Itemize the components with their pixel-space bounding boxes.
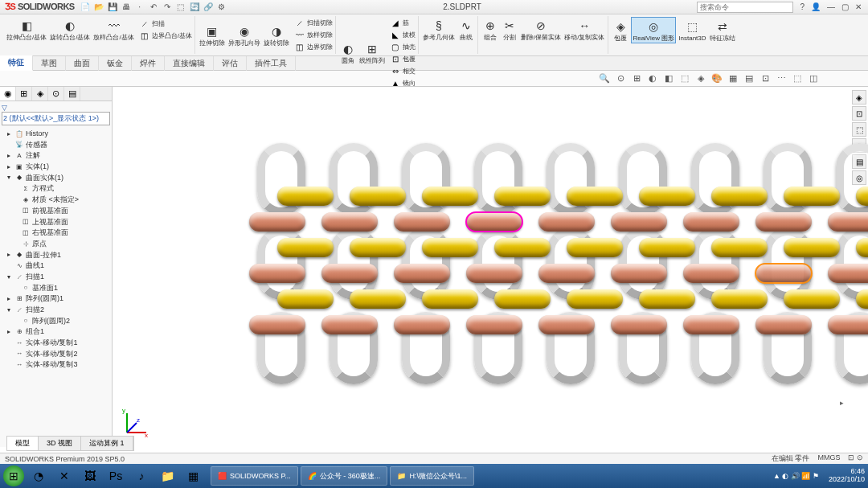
tree-item[interactable]: ◫前视基准面 — [2, 206, 110, 217]
expand-icon[interactable] — [11, 196, 19, 204]
user-icon[interactable]: 👤 — [811, 2, 821, 11]
tree-item[interactable]: ↔实体-移动/复制3 — [2, 359, 110, 371]
ribbon-small-btn[interactable]: ⇔相交 — [390, 65, 416, 76]
view-tab[interactable]: 运动算例 1 — [81, 437, 133, 450]
ribbon-small-btn[interactable]: ⊡包覆 — [390, 53, 416, 64]
ribbon-small-btn[interactable]: ⟋扫描切除 — [294, 17, 333, 28]
taskbar-app[interactable]: 📁H:\微信公众号\1... — [390, 466, 474, 486]
qat-rebuild[interactable]: 🔄 — [189, 2, 200, 13]
tree-item[interactable]: ◫右视基准面 — [2, 228, 110, 239]
expand-icon[interactable]: ▸ — [5, 295, 13, 303]
view-tool[interactable]: ⬚ — [791, 72, 804, 85]
ribbon-btn[interactable]: ◉异形孔向导 — [227, 23, 261, 47]
tree-item[interactable]: ▸◆曲面-拉伸1 — [2, 250, 110, 261]
qat-save[interactable]: 💾 — [107, 2, 118, 13]
view-tool[interactable]: 🔍 — [598, 72, 611, 85]
expand-icon[interactable]: ▸ — [5, 251, 13, 259]
qat-link[interactable]: 🔗 — [203, 2, 214, 13]
qat-options[interactable]: ⚙ — [216, 2, 227, 13]
command-tab[interactable]: 曲面 — [66, 56, 99, 71]
tree-item[interactable]: ↔实体-移动/复制1 — [2, 338, 110, 349]
tree-item[interactable]: ▸▣实体(1) — [2, 162, 110, 173]
command-tab[interactable]: 焊件 — [132, 56, 165, 71]
tree-item[interactable]: ▸⊞阵列(圆周)1 — [2, 293, 110, 305]
ribbon-small-btn[interactable]: 〰放样切除 — [294, 29, 333, 40]
graphics-viewport[interactable]: ◈⊡⬚◐▤◎ y x z ▸ — [113, 87, 868, 447]
ribbon-btn[interactable]: ↔移动/复制实体 — [563, 17, 605, 42]
ribbon-btn[interactable]: ⇄特征冻结 — [709, 18, 736, 43]
tree-item[interactable]: ⊹原点 — [2, 239, 110, 250]
view-tool[interactable]: ⊙ — [614, 72, 627, 85]
ribbon-btn[interactable]: ⊕组合 — [481, 17, 499, 42]
tree-item[interactable]: ◈材质 <未指定> — [2, 195, 110, 206]
view-tool[interactable]: 🎨 — [710, 72, 723, 85]
ribbon-btn[interactable]: ⬚Instant3D — [678, 18, 706, 43]
command-search[interactable] — [697, 2, 793, 13]
pinned-app[interactable]: ♪ — [129, 465, 154, 486]
expand-icon[interactable]: ▾ — [5, 174, 13, 182]
ribbon-btn[interactable]: ◎RealView 图形 — [631, 17, 676, 43]
ribbon-small-btn[interactable]: ⟋扫描 — [139, 18, 192, 29]
ribbon-btn[interactable]: 〰放样凸台/基体 — [92, 17, 134, 42]
ribbon-btn[interactable]: ◐旋转凸台/基体 — [49, 17, 91, 42]
minimize-icon[interactable]: — — [827, 2, 835, 11]
taskbar-app[interactable]: 🟥SOLIDWORKS P... — [211, 466, 298, 486]
view-tool[interactable]: ⊞ — [630, 72, 643, 85]
expand-icon[interactable] — [5, 141, 13, 150]
expand-icon[interactable]: ▸ — [5, 328, 13, 336]
tray-icons[interactable]: ▲ ◐ 🔊 📶 ⚑ — [773, 472, 819, 480]
pinned-app[interactable]: 📁 — [155, 465, 179, 486]
expand-icon[interactable] — [11, 218, 19, 226]
ribbon-small-btn[interactable]: ◣拔模 — [390, 29, 416, 40]
ribbon-btn[interactable]: ✂分割 — [501, 17, 518, 42]
command-tab[interactable]: 钣金 — [99, 56, 132, 71]
tree-item[interactable]: ▸A注解 — [2, 150, 110, 162]
taskpane-tab[interactable]: ⊡ — [852, 106, 866, 121]
tree-item[interactable]: ▸⊕组合1 — [2, 326, 110, 338]
expand-icon[interactable] — [11, 185, 19, 193]
ribbon-small-btn[interactable]: ◢筋 — [390, 17, 416, 28]
manager-tab[interactable]: ▤ — [64, 87, 80, 100]
command-tab[interactable]: 插件工具 — [247, 56, 296, 71]
qat-redo[interactable]: ↷ — [162, 2, 173, 13]
expand-icon[interactable] — [5, 339, 13, 347]
expand-icon[interactable] — [11, 207, 19, 215]
maximize-icon[interactable]: ▢ — [841, 2, 849, 11]
view-tool[interactable]: ⬚ — [678, 72, 691, 85]
view-tool[interactable]: ◈ — [694, 72, 707, 85]
tree-item[interactable]: 📡传感器 — [2, 140, 110, 151]
expand-icon[interactable]: ▾ — [5, 273, 13, 281]
tree-item[interactable]: ○阵列(圆周)2 — [2, 316, 110, 327]
taskpane-tab[interactable]: ◈ — [852, 90, 866, 105]
command-tab[interactable]: 直接编辑 — [165, 56, 214, 71]
manager-tab[interactable]: ⊙ — [48, 87, 64, 100]
tree-item[interactable]: ▸📋History — [2, 129, 110, 140]
expand-icon[interactable] — [5, 361, 13, 369]
status-units[interactable]: MMGS — [817, 453, 840, 464]
tree-item[interactable]: ▾◆曲面实体(1) — [2, 173, 110, 184]
expand-icon[interactable]: ▸ — [5, 163, 13, 171]
pinned-app[interactable]: Ps — [104, 465, 128, 486]
tree-item[interactable]: ○基准面1 — [2, 283, 110, 294]
help-icon[interactable]: ? — [800, 2, 805, 11]
pinned-app[interactable]: ✕ — [52, 465, 76, 486]
taskbar-clock[interactable]: 6:46 2022/10/10 — [829, 468, 865, 484]
expand-icon[interactable]: ▾ — [5, 306, 13, 314]
ribbon-small-btn[interactable]: ◫边界凸台/基体 — [139, 30, 192, 41]
view-tool[interactable]: ▤ — [743, 72, 755, 85]
pinned-app[interactable]: 🖼 — [78, 465, 102, 486]
expand-icon[interactable]: ▸ — [5, 130, 13, 138]
tree-item[interactable]: ∿曲线1 — [2, 260, 110, 272]
qat-new[interactable]: 📄 — [80, 2, 91, 13]
ribbon-small-btn[interactable]: ◫边界切除 — [294, 41, 333, 52]
ribbon-small-btn[interactable]: ▢抽壳 — [390, 41, 416, 52]
view-tool[interactable]: ▦ — [727, 72, 739, 85]
view-tab[interactable]: 3D 视图 — [39, 437, 81, 450]
ribbon-btn[interactable]: ∿曲线 — [457, 17, 475, 42]
manager-tab[interactable]: ◈ — [32, 87, 48, 100]
expand-icon[interactable] — [11, 240, 19, 248]
expand-icon[interactable] — [5, 351, 13, 359]
qat-select[interactable]: ⬚ — [175, 2, 186, 13]
manager-tab[interactable]: ◉ — [0, 87, 16, 100]
pinned-app[interactable]: ◔ — [27, 465, 51, 486]
